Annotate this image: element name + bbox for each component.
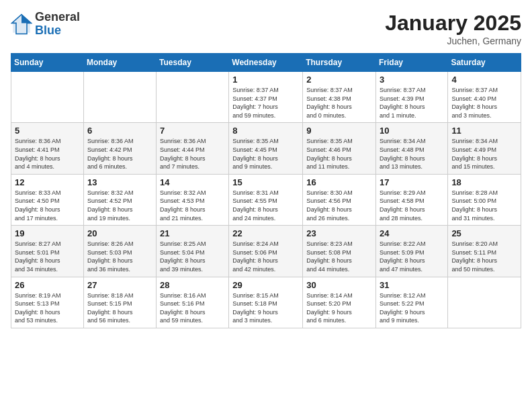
- day-number: 6: [87, 126, 152, 136]
- day-info: Sunrise: 8:20 AM Sunset: 5:11 PM Dayligh…: [451, 240, 517, 273]
- day-number: 27: [87, 280, 152, 290]
- weekday-header-row: SundayMondayTuesdayWednesdayThursdayFrid…: [11, 54, 521, 72]
- calendar-cell: [157, 72, 229, 123]
- calendar-cell: 1Sunrise: 8:37 AM Sunset: 4:37 PM Daylig…: [229, 72, 303, 123]
- day-info: Sunrise: 8:22 AM Sunset: 5:09 PM Dayligh…: [380, 240, 444, 273]
- day-number: 10: [380, 126, 444, 136]
- day-info: Sunrise: 8:18 AM Sunset: 5:15 PM Dayligh…: [87, 291, 152, 325]
- day-info: Sunrise: 8:36 AM Sunset: 4:41 PM Dayligh…: [15, 137, 80, 171]
- day-info: Sunrise: 8:27 AM Sunset: 5:01 PM Dayligh…: [15, 240, 80, 273]
- day-info: Sunrise: 8:32 AM Sunset: 4:53 PM Dayligh…: [160, 189, 225, 222]
- day-number: 5: [15, 126, 80, 136]
- day-number: 2: [306, 75, 372, 85]
- calendar-cell: 14Sunrise: 8:32 AM Sunset: 4:53 PM Dayli…: [157, 174, 229, 225]
- weekday-header-saturday: Saturday: [448, 54, 521, 72]
- day-number: 19: [15, 228, 80, 238]
- day-info: Sunrise: 8:37 AM Sunset: 4:40 PM Dayligh…: [451, 86, 517, 120]
- calendar-cell: 11Sunrise: 8:34 AM Sunset: 4:49 PM Dayli…: [448, 123, 521, 174]
- day-number: 3: [380, 75, 444, 85]
- weekday-header-tuesday: Tuesday: [157, 54, 229, 72]
- day-number: 17: [380, 177, 444, 187]
- calendar-cell: 5Sunrise: 8:36 AM Sunset: 4:41 PM Daylig…: [11, 123, 84, 174]
- calendar-cell: 30Sunrise: 8:14 AM Sunset: 5:20 PM Dayli…: [303, 277, 376, 328]
- day-info: Sunrise: 8:36 AM Sunset: 4:42 PM Dayligh…: [87, 137, 152, 171]
- calendar-cell: 6Sunrise: 8:36 AM Sunset: 4:42 PM Daylig…: [83, 123, 156, 174]
- calendar-cell: 8Sunrise: 8:35 AM Sunset: 4:45 PM Daylig…: [229, 123, 303, 174]
- calendar-cell: 4Sunrise: 8:37 AM Sunset: 4:40 PM Daylig…: [448, 72, 521, 123]
- weekday-header-thursday: Thursday: [303, 54, 376, 72]
- calendar-cell: 24Sunrise: 8:22 AM Sunset: 5:09 PM Dayli…: [375, 226, 447, 277]
- calendar-cell: 25Sunrise: 8:20 AM Sunset: 5:11 PM Dayli…: [448, 226, 521, 277]
- day-info: Sunrise: 8:37 AM Sunset: 4:38 PM Dayligh…: [306, 86, 372, 120]
- calendar-cell: 12Sunrise: 8:33 AM Sunset: 4:50 PM Dayli…: [11, 174, 84, 225]
- day-info: Sunrise: 8:26 AM Sunset: 5:03 PM Dayligh…: [87, 240, 152, 273]
- logo-general: General: [35, 11, 80, 24]
- calendar-cell: 22Sunrise: 8:24 AM Sunset: 5:06 PM Dayli…: [229, 226, 303, 277]
- day-number: 7: [160, 126, 225, 136]
- day-info: Sunrise: 8:35 AM Sunset: 4:45 PM Dayligh…: [232, 137, 299, 171]
- day-number: 9: [306, 126, 372, 136]
- calendar-week-4: 19Sunrise: 8:27 AM Sunset: 5:01 PM Dayli…: [11, 226, 521, 277]
- calendar-cell: 3Sunrise: 8:37 AM Sunset: 4:39 PM Daylig…: [375, 72, 447, 123]
- day-number: 21: [160, 228, 225, 238]
- day-number: 4: [451, 75, 517, 85]
- day-info: Sunrise: 8:23 AM Sunset: 5:08 PM Dayligh…: [306, 240, 372, 273]
- day-info: Sunrise: 8:34 AM Sunset: 4:49 PM Dayligh…: [451, 137, 517, 171]
- calendar-cell: 15Sunrise: 8:31 AM Sunset: 4:55 PM Dayli…: [229, 174, 303, 225]
- day-number: 28: [160, 280, 225, 290]
- calendar-cell: 23Sunrise: 8:23 AM Sunset: 5:08 PM Dayli…: [303, 226, 376, 277]
- day-number: 16: [306, 177, 372, 187]
- calendar-cell: 13Sunrise: 8:32 AM Sunset: 4:52 PM Dayli…: [83, 174, 156, 225]
- weekday-header-sunday: Sunday: [11, 54, 84, 72]
- day-info: Sunrise: 8:28 AM Sunset: 5:00 PM Dayligh…: [451, 189, 517, 222]
- calendar-cell: 29Sunrise: 8:15 AM Sunset: 5:18 PM Dayli…: [229, 277, 303, 328]
- day-number: 22: [232, 228, 299, 238]
- logo-blue: Blue: [35, 24, 80, 38]
- calendar-cell: 16Sunrise: 8:30 AM Sunset: 4:56 PM Dayli…: [303, 174, 376, 225]
- day-number: 30: [306, 280, 372, 290]
- day-info: Sunrise: 8:19 AM Sunset: 5:13 PM Dayligh…: [15, 291, 80, 325]
- calendar-cell: 26Sunrise: 8:19 AM Sunset: 5:13 PM Dayli…: [11, 277, 84, 328]
- day-info: Sunrise: 8:31 AM Sunset: 4:55 PM Dayligh…: [232, 189, 299, 222]
- weekday-header-wednesday: Wednesday: [229, 54, 303, 72]
- calendar-cell: 27Sunrise: 8:18 AM Sunset: 5:15 PM Dayli…: [83, 277, 156, 328]
- day-info: Sunrise: 8:34 AM Sunset: 4:48 PM Dayligh…: [380, 137, 444, 171]
- month-title: January 2025: [385, 11, 521, 36]
- day-info: Sunrise: 8:37 AM Sunset: 4:39 PM Dayligh…: [380, 86, 444, 120]
- day-info: Sunrise: 8:25 AM Sunset: 5:04 PM Dayligh…: [160, 240, 225, 273]
- day-info: Sunrise: 8:36 AM Sunset: 4:44 PM Dayligh…: [160, 137, 225, 171]
- day-number: 14: [160, 177, 225, 187]
- day-info: Sunrise: 8:16 AM Sunset: 5:16 PM Dayligh…: [160, 291, 225, 325]
- calendar-cell: 20Sunrise: 8:26 AM Sunset: 5:03 PM Dayli…: [83, 226, 156, 277]
- day-number: 23: [306, 228, 372, 238]
- day-number: 25: [451, 228, 517, 238]
- day-info: Sunrise: 8:35 AM Sunset: 4:46 PM Dayligh…: [306, 137, 372, 171]
- day-number: 12: [15, 177, 80, 187]
- day-info: Sunrise: 8:14 AM Sunset: 5:20 PM Dayligh…: [306, 291, 372, 325]
- page-header: General Blue January 2025 Juchen, German…: [11, 11, 521, 46]
- day-number: 20: [87, 228, 152, 238]
- logo: General Blue: [11, 11, 80, 38]
- day-info: Sunrise: 8:29 AM Sunset: 4:58 PM Dayligh…: [380, 189, 444, 222]
- day-number: 11: [451, 126, 517, 136]
- calendar-cell: 10Sunrise: 8:34 AM Sunset: 4:48 PM Dayli…: [375, 123, 447, 174]
- day-number: 15: [232, 177, 299, 187]
- day-info: Sunrise: 8:12 AM Sunset: 5:22 PM Dayligh…: [380, 291, 444, 325]
- calendar-cell: 17Sunrise: 8:29 AM Sunset: 4:58 PM Dayli…: [375, 174, 447, 225]
- calendar-cell: [448, 277, 521, 328]
- weekday-header-friday: Friday: [375, 54, 447, 72]
- calendar-cell: 2Sunrise: 8:37 AM Sunset: 4:38 PM Daylig…: [303, 72, 376, 123]
- calendar-table: SundayMondayTuesdayWednesdayThursdayFrid…: [11, 53, 521, 328]
- day-info: Sunrise: 8:33 AM Sunset: 4:50 PM Dayligh…: [15, 189, 80, 222]
- day-number: 26: [15, 280, 80, 290]
- calendar-cell: 31Sunrise: 8:12 AM Sunset: 5:22 PM Dayli…: [375, 277, 447, 328]
- calendar-cell: 28Sunrise: 8:16 AM Sunset: 5:16 PM Dayli…: [157, 277, 229, 328]
- calendar-cell: [83, 72, 156, 123]
- calendar-cell: 18Sunrise: 8:28 AM Sunset: 5:00 PM Dayli…: [448, 174, 521, 225]
- calendar-week-2: 5Sunrise: 8:36 AM Sunset: 4:41 PM Daylig…: [11, 123, 521, 174]
- day-number: 29: [232, 280, 299, 290]
- day-info: Sunrise: 8:15 AM Sunset: 5:18 PM Dayligh…: [232, 291, 299, 325]
- day-number: 1: [232, 75, 299, 85]
- calendar-week-3: 12Sunrise: 8:33 AM Sunset: 4:50 PM Dayli…: [11, 174, 521, 225]
- calendar-cell: 19Sunrise: 8:27 AM Sunset: 5:01 PM Dayli…: [11, 226, 84, 277]
